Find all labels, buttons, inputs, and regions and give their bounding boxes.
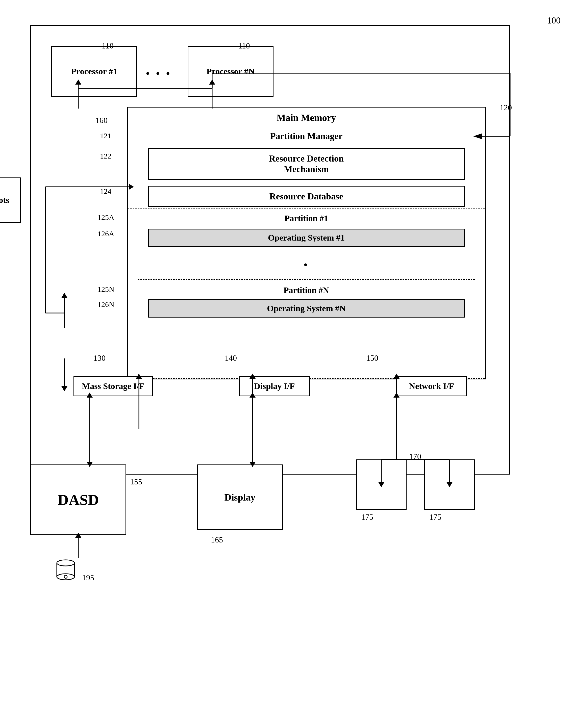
network-box2 (424, 459, 475, 510)
os1-box: Operating System #1 (148, 229, 465, 247)
display-if-box: Display I/F (239, 376, 310, 396)
partition-middle-dots: • (128, 259, 485, 271)
mass-storage-label: Mass Storage I/F (82, 381, 144, 391)
network-if-label: Network I/F (409, 381, 454, 391)
rdb-box: Resource Database (148, 186, 465, 207)
ref-160: 160 (96, 116, 108, 125)
io-slots-label: I/O Slots (0, 195, 9, 205)
network-if-box: Network I/F (396, 376, 467, 396)
ref-150: 150 (366, 353, 378, 363)
ref-175-right: 175 (429, 512, 441, 522)
ref-155: 155 (130, 477, 142, 487)
ref-122: 122 (100, 152, 111, 160)
network-box1 (356, 459, 407, 510)
ref-195: 195 (82, 573, 94, 582)
outer-box: Processor #1 Processor #N • • • 110 110 … (30, 25, 510, 474)
os1-label: Operating System #1 (268, 233, 345, 242)
processorN-label: Processor #N (207, 67, 255, 76)
partition-manager-label: Partition Manager (128, 128, 485, 145)
ref-124: 124 (100, 187, 111, 195)
interfaces-row: Mass Storage I/F Display I/F Network I/F (30, 376, 510, 396)
dasd-label: DASD (58, 491, 99, 509)
svg-point-0 (57, 560, 74, 566)
display-if-label: Display I/F (254, 381, 295, 391)
diagram-container: 100 Processor #1 Processor #N • • • 110 … (15, 10, 558, 717)
ref-125n: 125N (98, 285, 114, 293)
cylinder-195 (53, 558, 78, 583)
dasd-box: DASD (30, 464, 126, 535)
processor-ellipsis: • • • (146, 68, 172, 79)
rdm-label2: Mechanism (284, 164, 329, 174)
display-label: Display (224, 492, 255, 503)
ref-126a: 126A (98, 229, 114, 238)
main-memory-title: Main Memory (128, 108, 485, 128)
io-slots-box: I/O Slots (0, 177, 21, 223)
partition-divider (138, 279, 475, 280)
rdm-box: Resource Detection Mechanism (148, 148, 465, 180)
processorN-box: Processor #N (188, 46, 273, 97)
processor1-box: Processor #1 (51, 46, 137, 97)
osN-label: Operating System #N (267, 304, 346, 313)
ref-120: 120 (500, 103, 512, 112)
display-box: Display (197, 464, 283, 530)
ref-175-left: 175 (361, 512, 373, 522)
rdb-label: Resource Database (269, 191, 343, 202)
ref-121: 121 (100, 131, 111, 140)
ref-140: 140 (225, 353, 237, 363)
ref-110-right: 110 (238, 41, 250, 51)
ref-170: 170 (409, 452, 421, 461)
ref-100: 100 (547, 15, 561, 26)
ref-130: 130 (94, 353, 106, 363)
partition1-label: Partition #1 (128, 214, 485, 223)
osN-box: Operating System #N (148, 299, 465, 318)
mass-storage-box: Mass Storage I/F (73, 376, 153, 396)
ref-110-left: 110 (102, 41, 114, 51)
partitionN-label: Partition #N (128, 285, 485, 295)
ref-165: 165 (211, 535, 223, 545)
svg-point-3 (57, 574, 74, 580)
ref-125a: 125A (98, 213, 114, 222)
memory-block: Main Memory Partition Manager 121 Resour… (127, 107, 486, 379)
ref-126n: 126N (98, 300, 114, 309)
rdm-label1: Resource Detection (269, 154, 344, 164)
svg-point-4 (64, 575, 67, 578)
processor1-label: Processor #1 (71, 67, 117, 76)
